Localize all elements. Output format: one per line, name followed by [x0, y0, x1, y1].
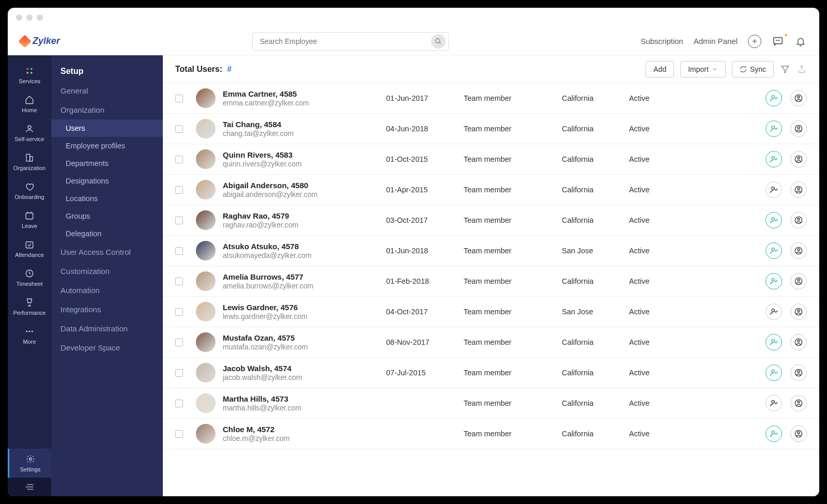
user-action-profile-icon[interactable]: [790, 334, 807, 350]
search-input[interactable]: [252, 32, 449, 51]
user-action-person-icon[interactable]: [765, 90, 782, 106]
row-checkbox[interactable]: [175, 430, 183, 438]
user-action-person-icon[interactable]: [765, 212, 782, 228]
admin-panel-link[interactable]: Admin Panel: [694, 37, 738, 45]
rail-item-timesheet[interactable]: Timesheet: [13, 263, 46, 292]
sidebar-section-customization[interactable]: Customization: [51, 262, 163, 281]
user-action-profile-icon[interactable]: [790, 212, 807, 228]
sidebar-section-general[interactable]: General: [51, 81, 163, 100]
row-checkbox[interactable]: [175, 369, 183, 377]
brand-logo[interactable]: Zylker: [20, 36, 60, 47]
rail-item-performance[interactable]: Performance: [13, 292, 46, 321]
user-action-person-icon[interactable]: [765, 151, 782, 167]
sidebar-section-dev-space[interactable]: Developer Space: [51, 338, 163, 357]
import-button[interactable]: Import: [680, 61, 726, 78]
user-action-profile-icon[interactable]: [790, 181, 807, 198]
user-action-profile-icon[interactable]: [790, 120, 807, 137]
sidebar-item-locations[interactable]: Locations: [51, 190, 163, 207]
user-row[interactable]: Emma Cartner, 4585emma.cartner@zylker.co…: [163, 83, 819, 114]
user-row[interactable]: Abigail Anderson, 4580abigail.anderson@z…: [163, 175, 819, 205]
user-row[interactable]: Martha Hills, 4573martha.hills@zylker.co…: [163, 388, 819, 419]
row-checkbox[interactable]: [175, 400, 183, 407]
row-checkbox[interactable]: [175, 95, 183, 102]
row-checkbox[interactable]: [175, 156, 183, 163]
user-action-profile-icon[interactable]: [790, 303, 807, 320]
svg-point-57: [798, 432, 800, 434]
user-action-profile-icon[interactable]: [790, 395, 807, 411]
rail-item-leave[interactable]: Leave: [13, 205, 46, 234]
user-action-person-icon[interactable]: [765, 273, 782, 289]
avatar: [196, 119, 216, 139]
rail-item-onboarding[interactable]: Onboarding: [13, 176, 46, 205]
rail-item-attendance[interactable]: Attendance: [13, 234, 46, 263]
sidebar-section-uac[interactable]: User Access Control: [51, 242, 163, 262]
user-action-person-icon[interactable]: [765, 120, 782, 137]
sidebar-item-groups[interactable]: Groups: [51, 207, 163, 225]
rail-item-settings[interactable]: Settings: [8, 449, 51, 478]
user-action-profile-icon[interactable]: [790, 151, 807, 167]
user-action-person-icon[interactable]: [765, 425, 782, 442]
user-action-person-icon[interactable]: [765, 303, 782, 320]
main-content: Total Users: # Add Import Sync: [163, 55, 819, 496]
window-max-dot[interactable]: [37, 14, 43, 21]
window-close-dot[interactable]: [16, 14, 22, 21]
rail-collapse-icon[interactable]: [8, 478, 51, 496]
user-action-profile-icon[interactable]: [790, 242, 807, 259]
user-action-person-icon[interactable]: [765, 242, 782, 259]
user-row[interactable]: Mustafa Ozan, 4575mustafa.ozan@zylker.co…: [163, 327, 819, 358]
row-checkbox[interactable]: [175, 339, 183, 346]
rail-item-organization[interactable]: Organization: [13, 147, 46, 176]
sidebar-section-integrations[interactable]: Integrations: [51, 300, 163, 319]
performance-icon: [24, 297, 35, 308]
row-checkbox[interactable]: [175, 186, 183, 194]
user-action-person-icon[interactable]: [765, 181, 782, 198]
user-row[interactable]: Amelia Burrows, 4577amelia.burrows@zylke…: [163, 266, 819, 297]
user-list[interactable]: Emma Cartner, 4585emma.cartner@zylker.co…: [163, 83, 819, 496]
row-checkbox[interactable]: [175, 247, 183, 255]
sidebar-section-automation[interactable]: Automation: [51, 281, 163, 300]
row-checkbox[interactable]: [175, 308, 183, 316]
chat-icon[interactable]: [772, 35, 784, 48]
sidebar-item-employee-profiles[interactable]: Employee profiles: [51, 137, 163, 155]
user-row[interactable]: Atsuko Atsuko, 4578atsukomayeda@zylker.c…: [163, 236, 819, 266]
rail-label: Organization: [13, 165, 45, 171]
user-action-profile-icon[interactable]: [790, 425, 807, 442]
user-row[interactable]: Chloe M, 4572chloe.m@zylker.comTeam memb…: [163, 419, 819, 449]
filter-icon[interactable]: [780, 64, 790, 74]
add-icon[interactable]: +: [748, 35, 761, 48]
sidebar-item-departments[interactable]: Departments: [51, 155, 163, 172]
user-row[interactable]: Lewis Gardner, 4576lewis.gardner@zylker.…: [163, 297, 819, 327]
add-button[interactable]: Add: [646, 61, 674, 78]
user-location: San Jose: [562, 247, 629, 255]
sidebar-item-designations[interactable]: Designations: [51, 172, 163, 190]
user-email: chang.tai@zylker.com: [223, 129, 386, 138]
rail-item-services[interactable]: Services: [13, 60, 46, 89]
user-action-profile-icon[interactable]: [790, 273, 807, 289]
user-row[interactable]: Quinn Rivers, 4583quinn.rivers@zylker.co…: [163, 144, 819, 175]
brand-mark-icon: [18, 35, 31, 48]
export-icon[interactable]: [797, 64, 807, 74]
sidebar-item-users[interactable]: Users: [51, 119, 163, 137]
window-min-dot[interactable]: [26, 14, 33, 21]
search-icon[interactable]: [431, 34, 446, 49]
sidebar-section-data-admin[interactable]: Data Administration: [51, 319, 163, 338]
user-action-person-icon[interactable]: [765, 364, 782, 381]
bell-icon[interactable]: [794, 35, 807, 48]
sync-button[interactable]: Sync: [732, 61, 774, 78]
row-checkbox[interactable]: [175, 125, 183, 133]
user-action-profile-icon[interactable]: [790, 364, 807, 381]
user-action-person-icon[interactable]: [765, 334, 782, 350]
user-row[interactable]: Jacob Walsh, 4574jacob.walsh@zylker.com0…: [163, 358, 819, 388]
user-action-person-icon[interactable]: [765, 395, 782, 411]
row-checkbox[interactable]: [175, 278, 183, 285]
rail-item-more[interactable]: More: [13, 321, 46, 350]
user-row[interactable]: Raghav Rao, 4579raghav.rao@zylker.com03-…: [163, 205, 819, 236]
sidebar-item-delegation[interactable]: Delegation: [51, 225, 163, 242]
row-checkbox[interactable]: [175, 217, 183, 224]
user-action-profile-icon[interactable]: [790, 90, 807, 106]
subscription-link[interactable]: Subscription: [640, 37, 683, 45]
rail-item-self-service[interactable]: Self-service: [13, 118, 46, 147]
rail-item-home[interactable]: Home: [13, 89, 46, 118]
user-row[interactable]: Tai Chang, 4584chang.tai@zylker.com04-Ju…: [163, 114, 819, 144]
sidebar-section-organization[interactable]: Organization: [51, 100, 163, 119]
